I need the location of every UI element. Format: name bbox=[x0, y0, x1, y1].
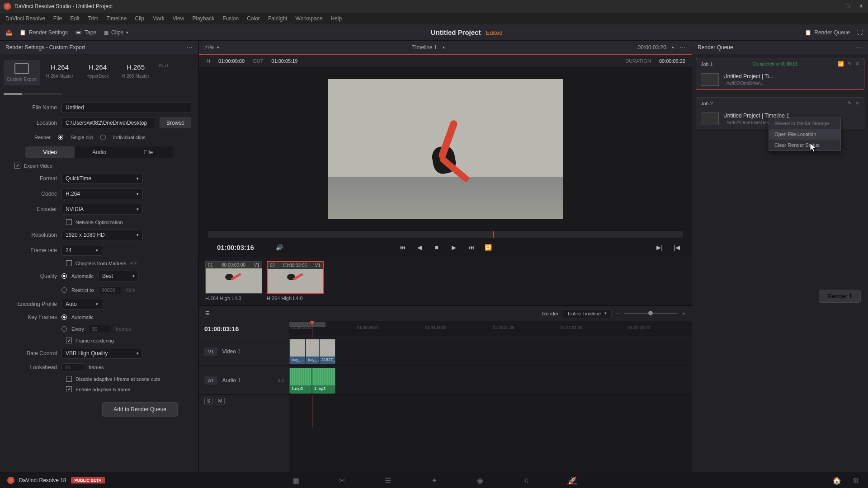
tab-file[interactable]: File bbox=[124, 146, 173, 158]
video-track-header[interactable]: V1 Video 1 bbox=[199, 337, 289, 366]
job-close-icon[interactable]: ✕ bbox=[855, 100, 859, 106]
preset-scrollbar[interactable] bbox=[4, 93, 62, 95]
play-button[interactable]: ▶ bbox=[450, 244, 458, 251]
render-settings-toggle[interactable]: 📋 Render Settings bbox=[19, 29, 68, 36]
cut-page-icon[interactable]: ✂ bbox=[337, 476, 347, 484]
render-queue-toggle[interactable]: 📋 Render Queue bbox=[805, 29, 850, 36]
color-page-icon[interactable]: ◉ bbox=[475, 476, 485, 484]
timeline-ruler[interactable]: 01:00:00:00 01:00:08:00 01:00:16:00 01:0… bbox=[289, 321, 692, 337]
home-icon[interactable]: 🏠 bbox=[832, 476, 842, 484]
viewer-image[interactable] bbox=[328, 79, 563, 219]
step-back-button[interactable]: ◀ bbox=[415, 244, 424, 251]
tape-toggle[interactable]: 📼 Tape bbox=[75, 29, 96, 36]
timeline-view-icon[interactable]: ☰ bbox=[205, 310, 210, 316]
minimize-button[interactable]: — bbox=[832, 4, 837, 9]
frame-reorder-checkbox[interactable] bbox=[66, 338, 72, 343]
audio-clip-1[interactable]: 1.mp3 bbox=[289, 368, 312, 393]
single-clip-radio[interactable] bbox=[58, 135, 63, 140]
render-settings-menu[interactable]: ⋯ bbox=[186, 44, 193, 51]
rate-control-select[interactable]: VBR High Quality▾ bbox=[61, 348, 143, 359]
disable-iframe-checkbox[interactable] bbox=[66, 376, 72, 382]
kf-every-radio[interactable] bbox=[61, 326, 67, 332]
tab-audio[interactable]: Audio bbox=[75, 146, 124, 158]
audio-clip-2[interactable]: 1.mp3 bbox=[312, 368, 335, 393]
enable-bframe-checkbox[interactable] bbox=[66, 386, 72, 392]
render-button[interactable]: Render 1 bbox=[819, 290, 861, 303]
maximize-button[interactable]: ☐ bbox=[845, 4, 851, 9]
restrict-radio[interactable] bbox=[61, 287, 67, 293]
network-opt-checkbox[interactable] bbox=[66, 219, 72, 225]
framerate-select[interactable]: 24▾ bbox=[61, 245, 102, 256]
deliver-page-icon[interactable]: 🚀 bbox=[567, 476, 577, 484]
audio-track-header[interactable]: A1 Audio 1 2.0 bbox=[199, 366, 289, 395]
clip-thumb-1[interactable]: 0100:00:00:00V1 bbox=[205, 261, 262, 294]
stop-button[interactable]: ■ bbox=[433, 244, 441, 251]
menu-file[interactable]: File bbox=[53, 15, 62, 22]
scrubber[interactable] bbox=[208, 231, 683, 238]
quality-best-select[interactable]: Best▾ bbox=[98, 271, 139, 282]
individual-clips-radio[interactable] bbox=[100, 135, 106, 140]
audio-panel-icon[interactable]: ♪ bbox=[860, 3, 863, 8]
filename-input[interactable] bbox=[61, 102, 191, 113]
prev-clip-button[interactable]: |◀ bbox=[673, 244, 681, 251]
zoom-out-button[interactable]: − bbox=[616, 311, 619, 316]
menu-playback[interactable]: Playback bbox=[192, 15, 214, 22]
export-video-checkbox[interactable] bbox=[14, 163, 20, 169]
menu-fairlight[interactable]: Fairlight bbox=[268, 15, 288, 22]
expand-icon[interactable]: ⛶ bbox=[857, 29, 863, 36]
video-clip-3[interactable]: 21827_... bbox=[319, 339, 335, 364]
mute-button[interactable]: M bbox=[216, 398, 225, 404]
last-frame-button[interactable]: ⏭ bbox=[467, 244, 475, 251]
menu-color[interactable]: Color bbox=[247, 15, 260, 22]
quality-auto-radio[interactable] bbox=[61, 273, 67, 279]
clip-thumb-2[interactable]: 0200:00:02:06V1 bbox=[267, 261, 324, 294]
ctx-reveal-media[interactable]: Reveal in Media Storage bbox=[769, 118, 840, 129]
settings-icon[interactable]: ⚙ bbox=[851, 476, 861, 484]
menu-mark[interactable]: Mark bbox=[152, 15, 165, 22]
job-close-icon[interactable]: ✕ bbox=[855, 61, 859, 67]
codec-select[interactable]: H.264▾ bbox=[61, 188, 143, 199]
ctx-open-location[interactable]: Open File Location bbox=[769, 129, 840, 140]
job-sync-icon[interactable]: 📶 bbox=[838, 61, 844, 67]
menu-davinci[interactable]: DaVinci Resolve bbox=[5, 15, 45, 22]
job-edit-icon[interactable]: ✎ bbox=[848, 61, 852, 67]
preset-h265[interactable]: H.265 H.265 Master bbox=[118, 60, 154, 85]
menu-view[interactable]: View bbox=[173, 15, 184, 22]
timeline-zoom-slider[interactable] bbox=[624, 313, 678, 314]
location-input[interactable] bbox=[61, 117, 155, 128]
first-frame-button[interactable]: ⏮ bbox=[398, 244, 406, 251]
edit-page-icon[interactable]: ☰ bbox=[383, 476, 393, 484]
audio-track-lane[interactable]: 1.mp3 1.mp3 bbox=[289, 366, 692, 395]
speaker-icon[interactable]: 🔊 bbox=[276, 244, 283, 251]
zoom-select[interactable]: 27% ▾ bbox=[204, 45, 219, 50]
chapters-checkbox[interactable] bbox=[66, 260, 72, 266]
fairlight-page-icon[interactable]: ♫ bbox=[521, 476, 531, 484]
preset-h264-master[interactable]: H.264 H.264 Master bbox=[42, 60, 78, 85]
clips-toggle[interactable]: ▦ Clips ▾ bbox=[104, 29, 128, 36]
tab-video[interactable]: Video bbox=[25, 146, 75, 158]
encoder-select[interactable]: NVIDIA▾ bbox=[61, 204, 143, 215]
menu-fusion[interactable]: Fusion bbox=[222, 15, 239, 22]
menu-workspace[interactable]: Workspace bbox=[296, 15, 323, 22]
media-page-icon[interactable]: ▦ bbox=[291, 476, 301, 484]
job-edit-icon[interactable]: ✎ bbox=[848, 100, 852, 106]
kf-auto-radio[interactable] bbox=[61, 314, 67, 320]
menu-trim[interactable]: Trim bbox=[88, 15, 99, 22]
preset-custom[interactable]: Custom Export bbox=[4, 60, 40, 85]
lookahead-input[interactable] bbox=[61, 363, 84, 371]
fusion-page-icon[interactable]: ✦ bbox=[429, 476, 439, 484]
menu-edit[interactable]: Edit bbox=[70, 15, 80, 22]
video-track-lane[interactable]: boy_... boy_... 21827_... bbox=[289, 337, 692, 366]
loop-button[interactable]: 🔁 bbox=[484, 244, 492, 251]
queue-menu[interactable]: ⋯ bbox=[856, 44, 863, 51]
job-1[interactable]: Job 1 Completed in 00:00:01 📶✎✕ Untitled… bbox=[696, 58, 864, 90]
browse-button[interactable]: Browse bbox=[160, 117, 191, 128]
next-clip-button[interactable]: ▶| bbox=[656, 244, 664, 251]
timeline-name[interactable]: Timeline 1 bbox=[412, 44, 437, 51]
resolution-select[interactable]: 868 x 488 HD▾ bbox=[61, 230, 143, 240]
menu-timeline[interactable]: Timeline bbox=[106, 15, 127, 22]
viewer-menu[interactable]: ⋯ bbox=[679, 44, 686, 51]
video-clip-2[interactable]: boy_... bbox=[306, 339, 319, 364]
menu-help[interactable]: Help bbox=[330, 15, 342, 22]
quick-export-icon[interactable]: 📤 bbox=[5, 29, 12, 36]
